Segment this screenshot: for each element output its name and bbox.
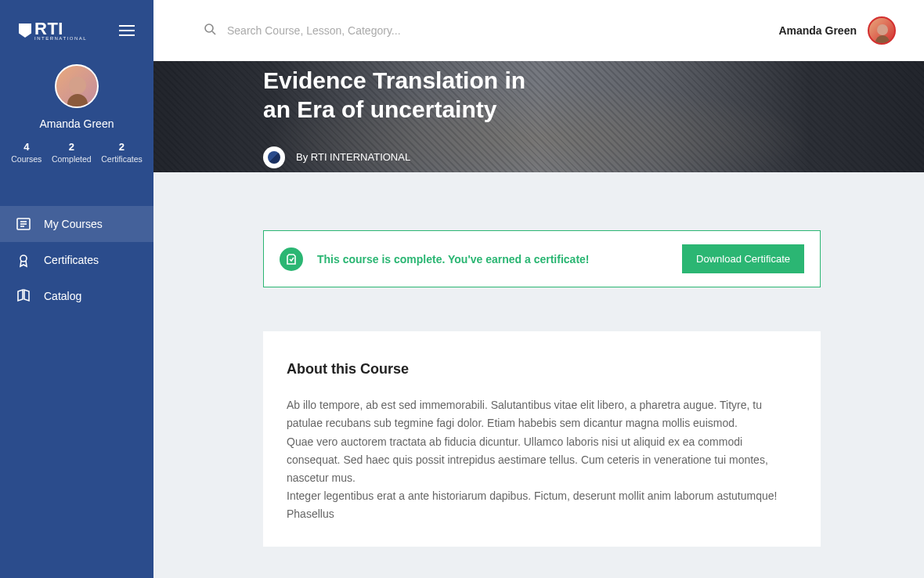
stat-completed[interactable]: 2 Completed [52, 141, 92, 164]
svg-point-5 [205, 24, 213, 32]
sidebar-nav: My Courses Certificates Catalog [0, 206, 153, 314]
stat-courses[interactable]: 4 Courses [11, 141, 42, 164]
certificate-icon [16, 252, 31, 268]
course-hero: Evidence Translation in an Era of uncert… [153, 61, 924, 172]
about-body: Ab illo tempore, ab est sed immemorabili… [287, 396, 797, 523]
brand-logo[interactable]: RTI INTERNATIONAL [19, 20, 87, 41]
svg-point-4 [20, 255, 27, 262]
menu-toggle-icon[interactable] [119, 25, 135, 36]
stat-certificates[interactable]: 2 Certificates [101, 141, 143, 164]
about-heading: About this Course [287, 361, 797, 378]
svg-line-6 [212, 31, 215, 34]
topbar-user-name: Amanda Green [778, 24, 857, 37]
certificate-badge-icon [280, 247, 303, 271]
profile-avatar[interactable] [55, 64, 99, 108]
download-certificate-button[interactable]: Download Certificate [682, 244, 804, 273]
brand-subtitle: INTERNATIONAL [34, 36, 87, 41]
course-title: Evidence Translation in an Era of uncert… [263, 66, 525, 125]
search-input[interactable] [227, 24, 540, 37]
sidebar-item-certificates[interactable]: Certificates [0, 242, 153, 278]
user-menu[interactable]: Amanda Green [778, 16, 896, 45]
brand-name: RTI [34, 20, 87, 38]
profile-name: Amanda Green [40, 117, 114, 130]
main-content: Amanda Green Evidence Translation in an … [153, 0, 924, 578]
sidebar-item-catalog[interactable]: Catalog [0, 278, 153, 314]
topbar: Amanda Green [153, 0, 924, 61]
about-course-card: About this Course Ab illo tempore, ab es… [263, 331, 821, 547]
search-icon [204, 23, 216, 38]
sidebar-item-label: Catalog [44, 290, 81, 302]
courses-icon [16, 216, 31, 232]
sidebar-item-my-courses[interactable]: My Courses [0, 206, 153, 242]
topbar-avatar [868, 16, 896, 45]
certificate-banner: This course is complete. You've earned a… [263, 230, 821, 287]
certificate-message: This course is complete. You've earned a… [317, 253, 668, 266]
org-logo-icon [263, 146, 285, 168]
course-byline: By RTI INTERNATIONAL [263, 146, 525, 168]
catalog-icon [16, 288, 31, 304]
sidebar-item-label: Certificates [44, 254, 99, 266]
sidebar: RTI INTERNATIONAL Amanda Green 4 Courses… [0, 0, 153, 578]
sidebar-item-label: My Courses [44, 218, 103, 230]
profile-section: Amanda Green 4 Courses 2 Completed 2 Cer… [0, 53, 153, 181]
logo-mark-icon [19, 23, 31, 38]
